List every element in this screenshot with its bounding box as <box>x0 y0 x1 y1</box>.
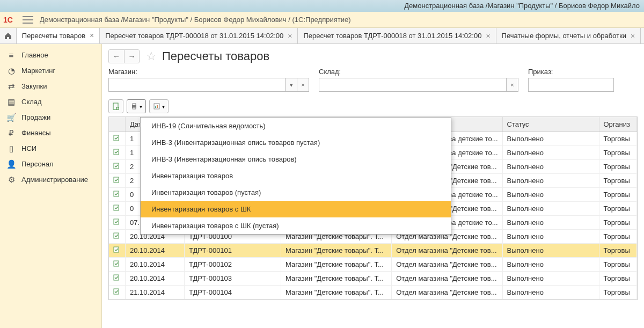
table-cell: 20.10.2014 <box>126 244 185 258</box>
tab-3[interactable]: Печатные формы, отчеты и обработки× <box>496 28 641 43</box>
dropdown-item-3[interactable]: Инвентаризация товаров <box>141 167 451 184</box>
filter-warehouse-input[interactable] <box>319 78 507 92</box>
table-cell: Торговы <box>599 258 637 272</box>
data-table: ДатаМагазинСкладСтатусОрганиз 1а детские… <box>108 116 638 300</box>
sidebar-label: Закупки <box>21 82 47 90</box>
sidebar-icon: ≡ <box>5 50 17 60</box>
tab-label: Пересчет товаров ТДРТ-000018 от 31.01.20… <box>303 32 481 40</box>
sidebar-icon: 👤 <box>5 159 17 169</box>
report-button[interactable]: ▾ <box>149 99 169 113</box>
sidebar-item-1[interactable]: ◔Маркетинг <box>0 63 101 78</box>
table-row[interactable]: 21.10.2014ТДРТ-000104Магазин "Детские то… <box>109 286 637 300</box>
table-cell: Выполнено <box>502 286 599 300</box>
sidebar-item-6[interactable]: ▯НСИ <box>0 141 101 156</box>
svg-rect-19 <box>114 275 119 280</box>
table-cell: Торговы <box>599 244 637 258</box>
table-cell: Отдел магазина "Детские тов... <box>392 286 502 300</box>
tab-0[interactable]: Пересчеты товаров× <box>17 28 100 43</box>
table-cell: Магазин "Детские товары". Т... <box>281 244 392 258</box>
sidebar-label: Финансы <box>21 129 51 137</box>
create-button[interactable] <box>108 99 123 113</box>
sidebar-icon: 🛒 <box>5 113 17 122</box>
sidebar-icon: ₽ <box>5 128 17 138</box>
column-header[interactable] <box>109 117 126 132</box>
table-cell: Торговы <box>599 188 637 202</box>
sidebar-label: НСИ <box>21 144 36 152</box>
app-logo: 1С <box>3 14 18 25</box>
dropdown-item-4[interactable]: Инвентаризация товаров (пустая) <box>141 184 451 201</box>
sidebar-item-8[interactable]: ⚙Администрирование <box>0 172 101 187</box>
dropdown-item-2[interactable]: ИНВ-3 (Инвентаризационная опись товаров) <box>141 151 451 167</box>
svg-rect-14 <box>114 205 119 210</box>
table-cell <box>109 230 126 244</box>
dropdown-item-5[interactable]: Инвентаризация товаров с ШК <box>141 201 451 217</box>
table-cell: Магазин "Детские товары". Т... <box>281 286 392 300</box>
table-cell: Выполнено <box>502 244 599 258</box>
svg-rect-20 <box>114 289 119 294</box>
svg-rect-4 <box>133 104 136 105</box>
filter-store-clear[interactable]: × <box>297 78 309 92</box>
dropdown-item-1[interactable]: ИНВ-3 (Инвентаризационная опись товаров … <box>141 134 451 151</box>
sidebar-label: Продажи <box>21 113 50 121</box>
filter-order-input[interactable] <box>528 78 614 92</box>
svg-rect-17 <box>114 247 119 252</box>
filter-store-dropdown[interactable]: ▾ <box>286 78 297 92</box>
table-cell: Торговы <box>599 146 637 160</box>
tab-4[interactable]: До× <box>641 28 644 43</box>
tab-1[interactable]: Пересчет товаров ТДРТ-000018 от 31.01.20… <box>100 28 298 43</box>
table-cell: Выполнено <box>502 174 599 188</box>
column-header[interactable]: Статус <box>502 117 599 132</box>
nav-back[interactable]: ← <box>109 50 124 63</box>
filter-warehouse-clear[interactable]: × <box>507 78 518 92</box>
sidebar-item-7[interactable]: 👤Персонал <box>0 156 101 172</box>
window-title: Демонстрационная база /Магазин "Продукты… <box>0 0 644 12</box>
table-cell <box>109 286 126 300</box>
content-area: ← → ☆ Пересчеты товаров Магазин: ▾ × Скл… <box>102 44 644 328</box>
close-icon[interactable]: × <box>90 31 94 40</box>
table-cell: Магазин "Детские товары". Т... <box>281 272 392 286</box>
table-cell: Выполнено <box>502 216 599 230</box>
tab-label: Пересчеты товаров <box>22 32 85 40</box>
dropdown-item-0[interactable]: ИНВ-19 (Сличительная ведомость) <box>141 118 451 134</box>
table-cell: Выполнено <box>502 230 599 244</box>
table-row[interactable]: 20.10.2014ТДРТ-000101Магазин "Детские то… <box>109 244 637 258</box>
close-icon[interactable]: × <box>486 32 490 40</box>
top-bar: 1С Демонстрационная база /Магазин "Проду… <box>0 12 644 28</box>
table-cell: ТДРТ-000102 <box>185 258 281 272</box>
svg-rect-7 <box>155 106 156 108</box>
sidebar-item-4[interactable]: 🛒Продажи <box>0 110 101 125</box>
tab-label: Пересчет товаров ТДРТ-000018 от 31.01.20… <box>105 32 283 40</box>
breadcrumb: Демонстрационная база /Магазин "Продукты… <box>40 16 351 24</box>
sidebar-item-5[interactable]: ₽Финансы <box>0 125 101 141</box>
sidebar-item-2[interactable]: ⇄Закупки <box>0 78 101 94</box>
sidebar-item-3[interactable]: ▤Склад <box>0 94 101 110</box>
sidebar-icon: ⚙ <box>5 175 17 185</box>
print-button[interactable]: ▾ <box>127 99 146 113</box>
table-cell: Магазин "Детские товары". Т... <box>281 258 392 272</box>
table-cell: Отдел магазина "Детские тов... <box>392 272 502 286</box>
table-cell <box>109 216 126 230</box>
tab-2[interactable]: Пересчет товаров ТДРТ-000018 от 31.01.20… <box>298 28 496 43</box>
sidebar-item-0[interactable]: ≡Главное <box>0 47 101 63</box>
nav-forward[interactable]: → <box>124 50 139 63</box>
table-row[interactable]: 20.10.2014ТДРТ-000102Магазин "Детские то… <box>109 258 637 272</box>
close-icon[interactable]: × <box>288 32 292 40</box>
svg-rect-9 <box>114 135 119 141</box>
svg-rect-18 <box>114 261 119 266</box>
home-tab[interactable] <box>0 28 17 43</box>
favorite-star-icon[interactable]: ☆ <box>146 49 157 63</box>
table-cell: 20.10.2014 <box>126 258 185 272</box>
tab-label: Печатные формы, отчеты и обработки <box>502 32 627 40</box>
menu-icon[interactable] <box>23 16 33 24</box>
sidebar-icon: ▯ <box>5 144 17 154</box>
svg-text:1С: 1С <box>3 16 13 24</box>
nav-buttons: ← → <box>108 49 140 63</box>
column-header[interactable]: Организ <box>599 117 637 132</box>
filter-store-input[interactable] <box>108 78 286 92</box>
dropdown-item-6[interactable]: Инвентаризация товаров с ШК (пустая) <box>141 217 451 234</box>
tabs-bar: Пересчеты товаров×Пересчет товаров ТДРТ-… <box>0 28 644 44</box>
svg-rect-15 <box>114 219 119 224</box>
sidebar-icon: ▤ <box>5 97 17 107</box>
table-row[interactable]: 20.10.2014ТДРТ-000103Магазин "Детские то… <box>109 272 637 286</box>
close-icon[interactable]: × <box>631 32 635 40</box>
